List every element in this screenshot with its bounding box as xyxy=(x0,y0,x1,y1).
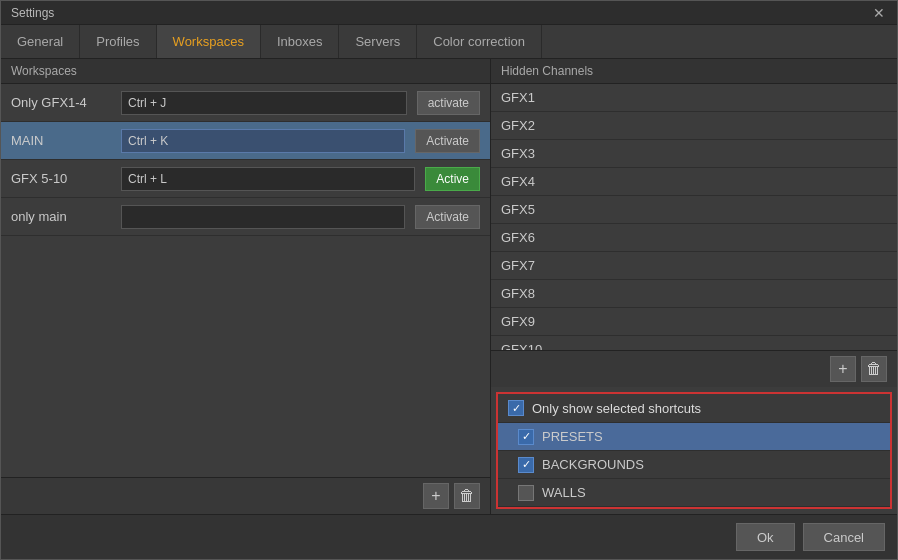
walls-checkbox[interactable] xyxy=(518,485,534,501)
workspace-shortcut-input[interactable] xyxy=(121,167,415,191)
workspace-name: GFX 5-10 xyxy=(11,171,111,186)
content-area: Workspaces Only GFX1-4 activate MAIN Act… xyxy=(1,59,897,514)
workspaces-header: Workspaces xyxy=(1,59,490,84)
shortcuts-section: ✓ Only show selected shortcuts ✓ PRESETS… xyxy=(496,392,892,509)
workspace-name: Only GFX1-4 xyxy=(11,95,111,110)
left-panel: Workspaces Only GFX1-4 activate MAIN Act… xyxy=(1,59,491,514)
backgrounds-checkbox[interactable]: ✓ xyxy=(518,457,534,473)
presets-label: PRESETS xyxy=(542,429,603,444)
activate-button[interactable]: Activate xyxy=(415,205,480,229)
close-button[interactable]: ✕ xyxy=(871,6,887,20)
channels-header: Hidden Channels xyxy=(491,59,897,84)
right-panel: Hidden Channels GFX1 GFX2 GFX3 GFX4 GFX5… xyxy=(491,59,897,514)
backgrounds-label: BACKGROUNDS xyxy=(542,457,644,472)
active-button[interactable]: Active xyxy=(425,167,480,191)
channel-row: GFX1 xyxy=(491,84,897,112)
channel-row: GFX10 xyxy=(491,336,897,350)
activate-button[interactable]: activate xyxy=(417,91,480,115)
title-bar: Settings ✕ xyxy=(1,1,897,25)
workspace-row: only main Activate xyxy=(1,198,490,236)
tab-general[interactable]: General xyxy=(1,25,80,58)
workspace-name: only main xyxy=(11,209,111,224)
add-channel-button[interactable]: + xyxy=(830,356,856,382)
presets-checkbox[interactable]: ✓ xyxy=(518,429,534,445)
window-title: Settings xyxy=(11,6,54,20)
delete-channel-button[interactable]: 🗑 xyxy=(861,356,887,382)
workspace-list: Only GFX1-4 activate MAIN Activate GFX 5… xyxy=(1,84,490,477)
add-workspace-button[interactable]: + xyxy=(423,483,449,509)
tab-bar: General Profiles Workspaces Inboxes Serv… xyxy=(1,25,897,59)
channel-row: GFX5 xyxy=(491,196,897,224)
tab-workspaces[interactable]: Workspaces xyxy=(157,25,261,58)
window-footer: Ok Cancel xyxy=(1,514,897,559)
shortcut-item: ✓ PRESETS xyxy=(498,423,890,451)
right-panel-footer: + 🗑 xyxy=(491,350,897,387)
tab-profiles[interactable]: Profiles xyxy=(80,25,156,58)
shortcut-item: WALLS xyxy=(498,479,890,507)
workspace-name: MAIN xyxy=(11,133,111,148)
shortcuts-header: ✓ Only show selected shortcuts xyxy=(498,394,890,423)
delete-workspace-button[interactable]: 🗑 xyxy=(454,483,480,509)
workspace-row: Only GFX1-4 activate xyxy=(1,84,490,122)
workspace-shortcut-input[interactable] xyxy=(121,205,405,229)
shortcuts-header-label: Only show selected shortcuts xyxy=(532,401,701,416)
channel-row: GFX8 xyxy=(491,280,897,308)
channel-row: GFX3 xyxy=(491,140,897,168)
ok-button[interactable]: Ok xyxy=(736,523,795,551)
workspace-row: GFX 5-10 Active xyxy=(1,160,490,198)
channel-row: GFX2 xyxy=(491,112,897,140)
channel-row: GFX4 xyxy=(491,168,897,196)
channel-row: GFX9 xyxy=(491,308,897,336)
channels-list: GFX1 GFX2 GFX3 GFX4 GFX5 GFX6 GFX7 GFX8 … xyxy=(491,84,897,350)
tab-inboxes[interactable]: Inboxes xyxy=(261,25,340,58)
tab-color-correction[interactable]: Color correction xyxy=(417,25,542,58)
channel-row: GFX7 xyxy=(491,252,897,280)
shortcuts-toggle-checkbox[interactable]: ✓ xyxy=(508,400,524,416)
channel-row: GFX6 xyxy=(491,224,897,252)
tab-servers[interactable]: Servers xyxy=(339,25,417,58)
activate-button[interactable]: Activate xyxy=(415,129,480,153)
workspace-shortcut-input[interactable] xyxy=(121,129,405,153)
workspace-shortcut-input[interactable] xyxy=(121,91,407,115)
workspace-row: MAIN Activate xyxy=(1,122,490,160)
settings-window: Settings ✕ General Profiles Workspaces I… xyxy=(0,0,898,560)
left-panel-footer: + 🗑 xyxy=(1,477,490,514)
cancel-button[interactable]: Cancel xyxy=(803,523,885,551)
walls-label: WALLS xyxy=(542,485,586,500)
shortcut-item: ✓ BACKGROUNDS xyxy=(498,451,890,479)
